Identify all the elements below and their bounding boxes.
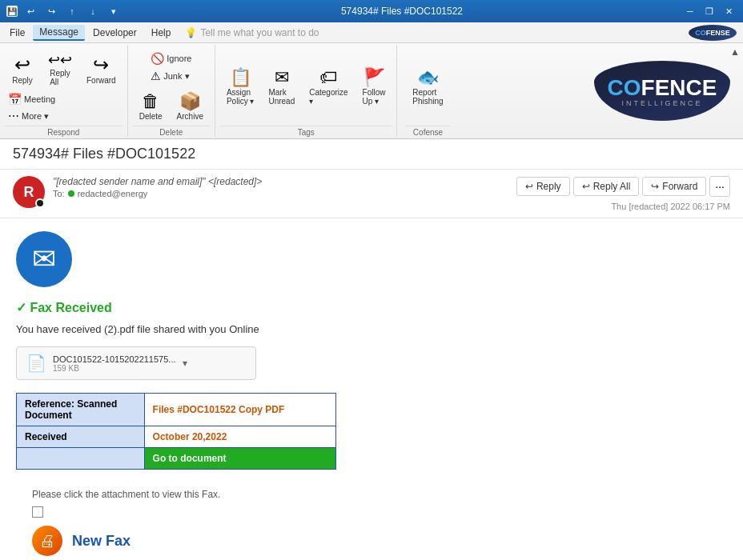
title-bar: 💾 ↩ ↪ ↑ ↓ ▾ 574934# Files #DOC101522 ─ ❐… (0, 0, 743, 22)
more-button[interactable]: ⋯ More ▾ (5, 108, 122, 124)
follow-up-button[interactable]: 🚩 FollowUp ▾ (356, 64, 392, 109)
email-footer: Please click the attachment to view this… (16, 482, 727, 560)
attachment-expand-icon[interactable]: ▾ (183, 358, 187, 369)
reply-icon: ↩ (14, 54, 30, 76)
forward-icon: ↪ (93, 54, 109, 76)
menu-message[interactable]: Message (33, 25, 85, 41)
ignore-icon: 🚫 (151, 52, 164, 65)
respond-buttons: ↩ Reply ↩↩ ReplyAll ↪ Forward (5, 48, 122, 90)
archive-button[interactable]: 📦 Archive (171, 88, 210, 124)
respond-label: Respond (5, 126, 122, 137)
sender-to: To: redacted@energy (53, 189, 262, 198)
sender-info: "[redacted sender name and email]" <[red… (53, 176, 262, 198)
forward-button[interactable]: ↪ Forward (80, 50, 122, 88)
report-phishing-icon: 🐟 (417, 67, 439, 88)
sender-initial: R (24, 184, 34, 201)
tags-group: 📋 AssignPolicy ▾ ✉ MarkUnread 🏷 Categori… (215, 45, 398, 137)
email-logo-icon: ✉ (16, 231, 72, 287)
checkbox-area (32, 506, 711, 518)
restore-btn[interactable]: ❐ (701, 4, 717, 18)
window-title: 574934# Files #DOC101522 (122, 6, 682, 17)
archive-icon: 📦 (179, 91, 201, 112)
down-btn[interactable]: ↓ (85, 4, 101, 18)
attachment-name: DOC101522-1015202211575... (53, 354, 176, 364)
table-label-3 (17, 448, 145, 470)
attachment[interactable]: 📄 DOC101522-1015202211575... 159 KB ▾ (16, 346, 256, 380)
reply-action-btn[interactable]: ↩ Reply (516, 177, 570, 196)
follow-up-icon: 🚩 (363, 67, 385, 88)
table-row: Reference: Scanned Document Files #DOC10… (17, 394, 336, 426)
mark-unread-button[interactable]: ✉ MarkUnread (262, 64, 301, 109)
delete-button[interactable]: 🗑 Delete (133, 88, 169, 124)
cofense-logo: COFENCE (608, 75, 717, 101)
delete-label: Delete (133, 126, 210, 137)
menu-developer[interactable]: Developer (86, 26, 143, 40)
redo-btn[interactable]: ↪ (43, 4, 59, 18)
menu-help[interactable]: Help (145, 26, 178, 40)
table-value-2: October 20,2022 (144, 426, 335, 448)
cofense-label: Cofense (405, 126, 450, 137)
assign-icon: 📋 (230, 67, 251, 88)
window-controls: ─ ❐ ✕ (682, 4, 737, 18)
undo-btn[interactable]: ↩ (22, 4, 38, 18)
fax-logo-icon: 🖨 (39, 532, 55, 550)
mark-unread-icon: ✉ (275, 67, 289, 88)
email-subject: 574934# Files #DOC101522 (13, 146, 730, 162)
meeting-icon: 📅 (8, 93, 22, 106)
respond-group: ↩ Reply ↩↩ ReplyAll ↪ Forward 📅 Meeting … (0, 45, 128, 137)
email-body: ✉ ✓ Fax Received You have received (2).p… (0, 218, 743, 560)
email-subject-bar: 574934# Files #DOC101522 (0, 139, 743, 170)
menu-bar: File Message Developer Help 💡 Tell me wh… (0, 22, 743, 43)
sender-to-email: redacted@energy (78, 189, 148, 198)
ignore-button[interactable]: 🚫 Ignore (147, 50, 195, 66)
online-dot (68, 190, 74, 197)
up-btn[interactable]: ↑ (64, 4, 80, 18)
report-phishing-button[interactable]: 🐟 ReportPhishing (405, 64, 450, 109)
meeting-button[interactable]: 📅 Meeting (5, 91, 122, 107)
reply-all-arrow-icon: ↩ (582, 181, 590, 192)
email-container: 574934# Files #DOC101522 R "[redacted se… (0, 139, 743, 560)
more-action-btn[interactable]: ··· (709, 176, 730, 197)
table-row[interactable]: Go to document (17, 448, 336, 470)
table-label-2: Received (17, 426, 145, 448)
tags-label: Tags (220, 126, 392, 137)
title-bar-controls: 💾 ↩ ↪ ↑ ↓ ▾ (6, 4, 122, 18)
footer-text: Please click the attachment to view this… (32, 489, 711, 500)
attachment-pdf-icon: 📄 (26, 354, 46, 373)
minimize-btn[interactable]: ─ (682, 4, 698, 18)
ribbon-collapse-btn[interactable]: ▲ (730, 46, 740, 58)
sender-name: "[redacted sender name and email]" <[red… (53, 176, 262, 187)
reply-all-button[interactable]: ↩↩ ReplyAll (42, 48, 78, 90)
checkbox-icon[interactable] (32, 506, 43, 518)
new-fax-section: 🖨 New Fax (32, 526, 711, 556)
fax-message: You have received (2).pdf file shared wi… (16, 323, 727, 335)
email-action-buttons: ↩ Reply ↩ Reply All ↪ Forward ··· (516, 176, 730, 197)
assign-policy-button[interactable]: 📋 AssignPolicy ▾ (220, 64, 260, 109)
reply-all-icon: ↩↩ (48, 51, 72, 69)
junk-icon: ⚠ (151, 70, 161, 82)
categorize-button[interactable]: 🏷 Categorize▾ (303, 64, 354, 109)
email-meta: R "[redacted sender name and email]" <[r… (0, 170, 743, 218)
forward-arrow-icon: ↪ (651, 181, 659, 192)
reply-arrow-icon: ↩ (525, 181, 533, 192)
document-table: Reference: Scanned Document Files #DOC10… (16, 393, 336, 470)
delete-icon: 🗑 (142, 91, 159, 112)
table-row: Received October 20,2022 (17, 426, 336, 448)
close-btn[interactable]: ✕ (721, 4, 737, 18)
categorize-icon: 🏷 (319, 67, 337, 88)
junk-button[interactable]: ⚠ Junk ▾ (147, 68, 195, 84)
new-fax-label: New Fax (72, 533, 131, 550)
email-date: Thu [redacted] 2022 06:17 PM (611, 202, 730, 211)
menu-search: 💡 Tell me what you want to do (185, 27, 319, 38)
sender-avatar: R (13, 176, 45, 208)
search-placeholder: Tell me what you want to do (200, 27, 319, 38)
menu-file[interactable]: File (3, 26, 31, 40)
more-dots-icon: ··· (715, 180, 725, 193)
reply-button[interactable]: ↩ Reply (5, 50, 40, 88)
reply-all-action-btn[interactable]: ↩ Reply All (573, 177, 640, 196)
more-icon: ⋯ (8, 110, 19, 122)
forward-action-btn[interactable]: ↪ Forward (642, 177, 706, 196)
go-to-document-link[interactable]: Go to document (144, 448, 335, 470)
fax-received-label: ✓ Fax Received (16, 300, 727, 315)
expand-btn[interactable]: ▾ (106, 4, 122, 18)
